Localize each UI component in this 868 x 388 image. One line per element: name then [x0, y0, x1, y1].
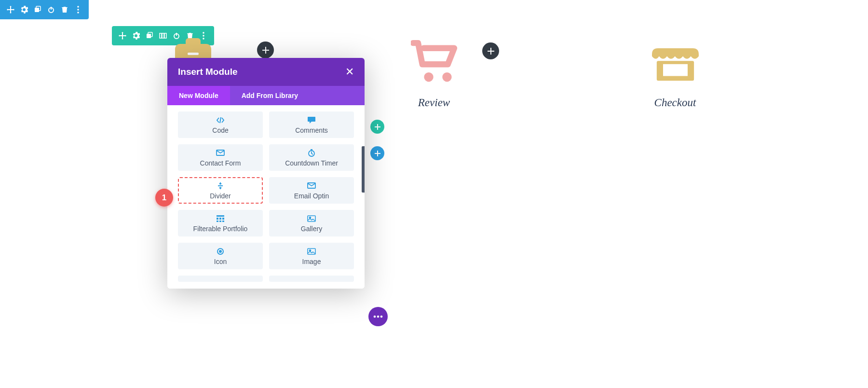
module-gallery[interactable]: Gallery [269, 210, 354, 236]
svg-point-14 [203, 32, 204, 34]
svg-rect-39 [217, 218, 218, 220]
svg-point-21 [442, 72, 451, 82]
mail-icon [307, 181, 316, 190]
add-module-button[interactable] [482, 42, 499, 59]
svg-rect-43 [219, 221, 221, 222]
svg-point-50 [310, 249, 311, 251]
column-label: Checkout [654, 97, 696, 109]
image-icon [307, 214, 316, 223]
gear-icon[interactable] [18, 5, 30, 14]
svg-rect-18 [186, 38, 201, 49]
tab-add-from-library[interactable]: Add From Library [230, 86, 310, 105]
svg-point-15 [203, 35, 204, 37]
module-label: Icon [214, 258, 227, 265]
module-card[interactable] [269, 276, 354, 282]
module-label: Image [302, 258, 321, 265]
module-label: Gallery [301, 225, 322, 233]
column-label: Review [418, 97, 450, 109]
module-label: Contact Form [200, 159, 241, 167]
callout-number: 1 [162, 193, 166, 203]
tab-new-module[interactable]: New Module [167, 86, 230, 105]
module-email-optin[interactable]: Email Optin [269, 177, 354, 204]
trash-icon[interactable] [59, 5, 70, 14]
svg-point-48 [219, 250, 221, 252]
svg-rect-44 [222, 221, 224, 222]
power-icon[interactable] [45, 5, 57, 14]
expand-settings-button[interactable] [368, 307, 388, 326]
svg-point-46 [310, 217, 311, 218]
modal-body: Code Comments Contact Form Countdown Tim… [167, 105, 365, 289]
svg-rect-42 [217, 221, 218, 222]
module-grid: Code Comments Contact Form Countdown Tim… [178, 105, 354, 282]
svg-rect-25 [262, 50, 269, 51]
module-label: Code [212, 126, 228, 134]
module-label: Divider [210, 192, 231, 200]
column-checkout: Checkout [555, 38, 796, 109]
add-module-button[interactable] [257, 42, 274, 58]
module-countdown-timer[interactable]: Countdown Timer [269, 144, 354, 171]
cart-icon [411, 38, 458, 85]
svg-rect-0 [35, 8, 39, 12]
divider-icon [216, 181, 225, 190]
module-divider[interactable]: Divider [178, 177, 263, 204]
modal-title: Insert Module [178, 67, 238, 77]
module-comments[interactable]: Comments [269, 111, 354, 138]
add-row-button[interactable] [370, 120, 384, 134]
modal-tabs: New Module Add From Library [167, 86, 365, 105]
module-icon[interactable]: Icon [178, 243, 263, 269]
svg-rect-9 [160, 33, 162, 38]
svg-rect-41 [222, 218, 224, 220]
insert-module-modal: Insert Module ✕ New Module Add From Libr… [167, 58, 365, 289]
svg-point-32 [374, 316, 376, 318]
module-card[interactable] [178, 276, 263, 282]
code-icon [216, 116, 225, 125]
svg-rect-19 [188, 53, 199, 55]
svg-rect-45 [308, 216, 315, 222]
svg-rect-40 [219, 218, 221, 220]
module-label: Filterable Portfolio [193, 225, 248, 233]
module-label: Email Optin [294, 192, 329, 200]
svg-point-5 [77, 9, 79, 11]
duplicate-icon[interactable] [32, 5, 43, 14]
module-contact-form[interactable]: Contact Form [178, 144, 263, 171]
move-icon[interactable] [5, 5, 16, 14]
svg-rect-10 [162, 33, 164, 38]
svg-point-4 [77, 6, 79, 8]
svg-rect-38 [217, 215, 224, 217]
image-icon [307, 247, 316, 256]
module-code[interactable]: Code [178, 111, 263, 138]
svg-point-34 [380, 316, 383, 318]
scrollbar[interactable] [362, 146, 365, 193]
svg-point-6 [77, 12, 79, 14]
svg-rect-7 [147, 34, 151, 38]
modal-header: Insert Module ✕ [167, 58, 365, 86]
storefront-icon [652, 38, 699, 85]
svg-point-33 [377, 316, 380, 318]
module-filterable-portfolio[interactable]: Filterable Portfolio [178, 210, 263, 236]
svg-rect-49 [308, 249, 315, 254]
grid-icon [216, 214, 225, 223]
more-icon[interactable] [72, 5, 84, 14]
mail-icon [216, 149, 225, 157]
add-section-button[interactable] [370, 146, 384, 160]
svg-point-20 [424, 72, 433, 82]
section-toolbar [0, 0, 89, 19]
comments-icon [307, 116, 316, 125]
module-label: Countdown Timer [285, 159, 338, 167]
svg-rect-11 [164, 33, 166, 38]
close-icon[interactable]: ✕ [345, 67, 354, 77]
svg-rect-27 [488, 51, 494, 52]
svg-rect-31 [375, 153, 380, 154]
svg-rect-23 [663, 64, 688, 76]
callout-badge: 1 [155, 189, 173, 207]
svg-rect-29 [375, 126, 380, 127]
timer-icon [307, 149, 316, 157]
module-label: Comments [295, 126, 328, 134]
page-columns: Shop Review Checkout [0, 38, 868, 109]
module-image[interactable]: Image [269, 243, 354, 269]
circle-icon [216, 247, 225, 256]
